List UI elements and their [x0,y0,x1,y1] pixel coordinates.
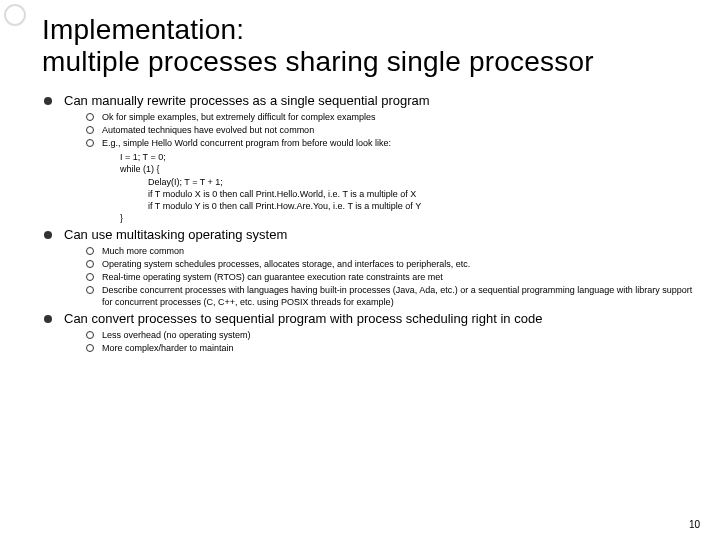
code-line: if T modulo Y is 0 then call Print.How.A… [92,200,700,212]
sub-item: Ok for simple examples, but extremely di… [86,111,700,123]
page-number: 10 [689,519,700,530]
sub-item: More complex/harder to maintain [86,342,700,354]
code-block: I = 1; T = 0; while (1) { Delay(I); T = … [64,151,700,224]
code-line: if T modulo X is 0 then call Print.Hello… [92,188,700,200]
bullet-text: Can convert processes to sequential prog… [64,310,700,328]
slide: Implementation:multiple processes sharin… [0,0,720,540]
decorative-circle [4,4,26,26]
sub-item: Describe concurrent processes with langu… [86,284,700,308]
code-line: } [92,212,700,224]
title-line-1: Implementation:multiple processes sharin… [42,14,594,77]
sub-item: Operating system schedules processes, al… [86,258,700,270]
bullet-text: Can use multitasking operating system [64,226,700,244]
sub-list: Less overhead (no operating system) More… [64,329,700,354]
bullet-text: Can manually rewrite processes as a sing… [64,92,700,110]
bullet-item: Can convert processes to sequential prog… [42,310,700,354]
bullet-item: Can manually rewrite processes as a sing… [42,92,700,224]
code-line: while (1) { [92,163,700,175]
bullet-list: Can manually rewrite processes as a sing… [42,92,700,354]
slide-title: Implementation:multiple processes sharin… [42,14,700,78]
sub-item: Automated techniques have evolved but no… [86,124,700,136]
code-line: I = 1; T = 0; [92,151,700,163]
code-line: Delay(I); T = T + 1; [92,176,700,188]
bullet-item: Can use multitasking operating system Mu… [42,226,700,308]
sub-list: Much more common Operating system schedu… [64,245,700,309]
sub-item: E.g., simple Hello World concurrent prog… [86,137,700,149]
sub-list: Ok for simple examples, but extremely di… [64,111,700,149]
sub-item: Real-time operating system (RTOS) can gu… [86,271,700,283]
sub-item: Much more common [86,245,700,257]
sub-item: Less overhead (no operating system) [86,329,700,341]
